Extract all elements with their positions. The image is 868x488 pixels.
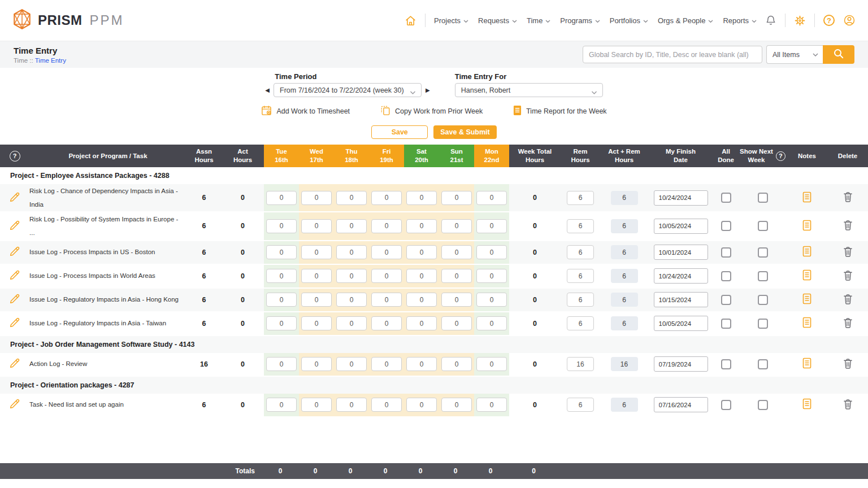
day-hours-input-mon[interactable] xyxy=(476,191,507,205)
day-hours-input-tue[interactable] xyxy=(266,293,297,307)
day-hours-input-tue[interactable] xyxy=(266,357,297,371)
all-done-checkbox[interactable] xyxy=(721,247,731,258)
day-hours-input-sat[interactable] xyxy=(406,357,437,371)
add-work-to-timesheet-link[interactable]: Add Work to Timesheet xyxy=(261,105,350,117)
day-hours-input-thu[interactable] xyxy=(336,269,367,283)
day-hours-input-mon[interactable] xyxy=(476,293,507,307)
nav-item-reports[interactable]: Reports xyxy=(723,16,757,25)
notes-button[interactable] xyxy=(787,212,827,239)
time-entry-for-select[interactable]: Hansen, Robert xyxy=(455,83,603,97)
nav-item-orgs-people[interactable]: Orgs & People xyxy=(658,16,714,25)
day-hours-input-mon[interactable] xyxy=(476,219,507,233)
day-hours-input-fri[interactable] xyxy=(371,398,402,412)
show-next-week-checkbox[interactable] xyxy=(758,221,768,231)
day-hours-input-thu[interactable] xyxy=(336,316,367,330)
day-hours-input-fri[interactable] xyxy=(371,316,402,330)
day-hours-input-sat[interactable] xyxy=(406,316,437,330)
time-report-for-the-week-link[interactable]: Time Report for the Week xyxy=(513,105,606,117)
rem-hours-input[interactable] xyxy=(567,245,594,259)
nav-item-requests[interactable]: Requests xyxy=(478,16,517,25)
day-hours-input-wed[interactable] xyxy=(301,269,332,283)
edit-task-button[interactable] xyxy=(0,241,29,264)
day-hours-input-fri[interactable] xyxy=(371,219,402,233)
help-column-header[interactable]: ? xyxy=(0,145,29,167)
day-hours-input-tue[interactable] xyxy=(266,398,297,412)
delete-button[interactable] xyxy=(827,312,868,335)
day-hours-input-sat[interactable] xyxy=(406,293,437,307)
day-hours-input-wed[interactable] xyxy=(301,316,332,330)
nav-item-time[interactable]: Time xyxy=(527,16,550,25)
day-hours-input-thu[interactable] xyxy=(336,357,367,371)
day-hours-input-sun[interactable] xyxy=(441,293,472,307)
day-hours-input-thu[interactable] xyxy=(336,245,367,259)
delete-button[interactable] xyxy=(827,289,868,311)
day-hours-input-sun[interactable] xyxy=(441,357,472,371)
show-next-week-checkbox[interactable] xyxy=(758,295,768,305)
finish-date-input[interactable] xyxy=(654,190,708,206)
day-hours-input-sun[interactable] xyxy=(441,191,472,205)
rem-hours-input[interactable] xyxy=(567,357,594,371)
notes-button[interactable] xyxy=(787,265,827,287)
search-input[interactable] xyxy=(583,46,762,63)
day-hours-input-sun[interactable] xyxy=(441,316,472,330)
day-hours-input-fri[interactable] xyxy=(371,357,402,371)
edit-task-button[interactable] xyxy=(0,312,29,335)
day-hours-input-sun[interactable] xyxy=(441,219,472,233)
day-hours-input-fri[interactable] xyxy=(371,269,402,283)
edit-task-button[interactable] xyxy=(0,289,29,311)
finish-date-input[interactable] xyxy=(654,219,708,234)
day-hours-input-sat[interactable] xyxy=(406,245,437,259)
help-icon[interactable]: ? xyxy=(823,15,835,26)
day-hours-input-tue[interactable] xyxy=(266,316,297,330)
day-hours-input-sat[interactable] xyxy=(406,191,437,205)
day-hours-input-sun[interactable] xyxy=(441,245,472,259)
question-circle-icon[interactable]: ? xyxy=(776,151,785,161)
finish-date-input[interactable] xyxy=(654,245,708,260)
all-done-checkbox[interactable] xyxy=(721,295,731,305)
finish-date-input[interactable] xyxy=(654,316,708,331)
delete-button[interactable] xyxy=(827,394,868,416)
edit-task-button[interactable] xyxy=(0,184,29,211)
prev-week-arrow[interactable]: ◀ xyxy=(265,88,270,93)
rem-hours-input[interactable] xyxy=(567,269,594,283)
next-week-arrow[interactable]: ▶ xyxy=(426,88,430,93)
show-next-week-checkbox[interactable] xyxy=(758,193,768,203)
search-button[interactable] xyxy=(823,45,854,64)
show-next-week-checkbox[interactable] xyxy=(758,271,768,281)
all-done-checkbox[interactable] xyxy=(721,221,731,231)
time-period-select[interactable]: From 7/16/2024 to 7/22/2024 (week 30) xyxy=(274,83,422,97)
finish-date-input[interactable] xyxy=(654,292,708,307)
rem-hours-input[interactable] xyxy=(567,293,594,307)
day-hours-input-sun[interactable] xyxy=(441,269,472,283)
edit-task-button[interactable] xyxy=(0,212,29,239)
day-hours-input-wed[interactable] xyxy=(301,191,332,205)
edit-task-button[interactable] xyxy=(0,265,29,287)
day-hours-input-mon[interactable] xyxy=(476,398,507,412)
rem-hours-input[interactable] xyxy=(567,219,594,233)
show-next-week-checkbox[interactable] xyxy=(758,247,768,258)
search-scope-select[interactable]: All Items xyxy=(766,45,823,64)
day-hours-input-sat[interactable] xyxy=(406,269,437,283)
notes-button[interactable] xyxy=(787,184,827,211)
bell-icon[interactable] xyxy=(765,14,776,27)
delete-button[interactable] xyxy=(827,353,868,376)
show-next-week-checkbox[interactable] xyxy=(758,319,768,329)
finish-date-input[interactable] xyxy=(654,356,708,372)
notes-button[interactable] xyxy=(787,394,827,416)
day-hours-input-wed[interactable] xyxy=(301,293,332,307)
breadcrumb-current[interactable]: Time Entry xyxy=(35,57,66,64)
edit-task-button[interactable] xyxy=(0,394,29,416)
home-icon[interactable] xyxy=(405,15,416,27)
finish-date-input[interactable] xyxy=(654,397,708,412)
day-hours-input-fri[interactable] xyxy=(371,245,402,259)
day-hours-input-wed[interactable] xyxy=(301,357,332,371)
day-hours-input-wed[interactable] xyxy=(301,245,332,259)
delete-button[interactable] xyxy=(827,184,868,211)
day-hours-input-thu[interactable] xyxy=(336,191,367,205)
day-hours-input-thu[interactable] xyxy=(336,398,367,412)
day-hours-input-mon[interactable] xyxy=(476,269,507,283)
all-done-checkbox[interactable] xyxy=(721,319,731,329)
all-done-checkbox[interactable] xyxy=(721,193,731,203)
day-hours-input-fri[interactable] xyxy=(371,293,402,307)
save-submit-button[interactable]: Save & Submit xyxy=(433,125,497,139)
